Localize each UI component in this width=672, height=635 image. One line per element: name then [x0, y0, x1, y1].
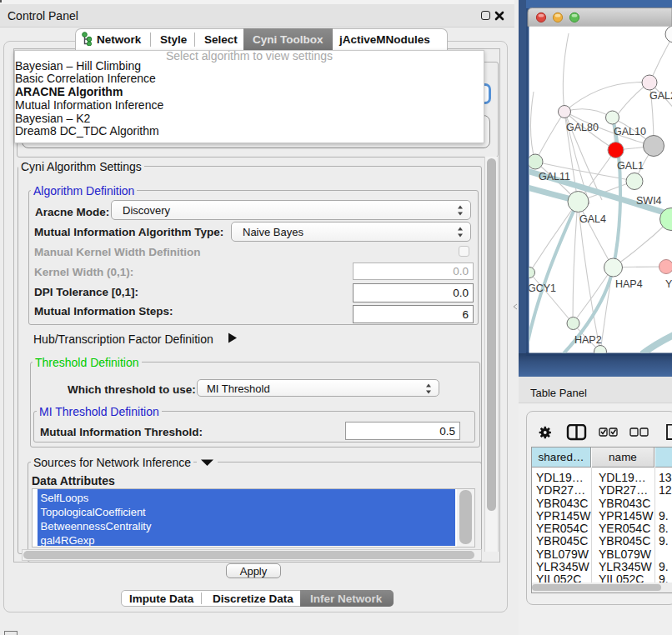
svg-text:GAL11: GAL11 — [539, 171, 570, 182]
svg-text:GAL10: GAL10 — [614, 126, 646, 138]
svg-text:GAL1: GAL1 — [617, 160, 644, 172]
svg-text:SWI4: SWI4 — [636, 195, 662, 207]
svg-text:GAL80: GAL80 — [566, 122, 599, 133]
svg-text:HAP4: HAP4 — [615, 278, 643, 290]
svg-text:Y: Y — [665, 278, 672, 290]
svg-text:GAL4: GAL4 — [579, 213, 606, 225]
svg-text:HAP2: HAP2 — [574, 334, 602, 346]
svg-text:GCY1: GCY1 — [528, 282, 556, 294]
svg-text:GAL2: GAL2 — [649, 90, 672, 102]
